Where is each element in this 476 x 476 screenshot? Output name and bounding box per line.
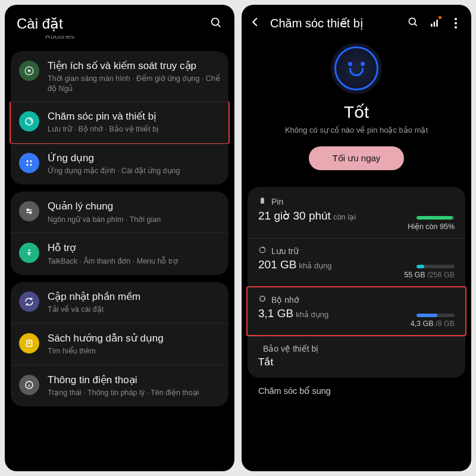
svg-rect-25	[262, 198, 263, 198]
additional-care-label[interactable]: Chăm sóc bổ sung	[248, 378, 465, 398]
settings-group: Tiện ích số và kiếm soát truy cập Thời g…	[11, 51, 228, 184]
item-user-manual[interactable]: Sách hướng dẫn sử dụng Tìm hiểu thêm	[11, 323, 228, 365]
routines-fragment: Routines	[11, 36, 228, 44]
battery-bar	[416, 216, 455, 220]
storage-suffix: khả dụng	[299, 261, 331, 270]
item-digital-wellbeing[interactable]: Tiện ích số và kiếm soát truy cập Thời g…	[11, 51, 228, 102]
storage-icon	[258, 246, 267, 256]
item-title: Chăm sóc pin và thiết bị	[48, 110, 220, 123]
svg-point-7	[30, 164, 32, 165]
status-subtitle: Không có sự cố nào về pin hoặc bảo mật	[253, 126, 459, 134]
item-accessibility[interactable]: Hỗ trợ TalkBack · Âm thanh đơn · Menu hỗ…	[11, 233, 228, 274]
battery-suffix: còn lại	[333, 212, 356, 221]
back-icon[interactable]	[249, 15, 262, 31]
notification-dot	[439, 16, 441, 19]
item-title: Hỗ trợ	[48, 242, 220, 254]
search-icon[interactable]	[407, 16, 419, 30]
svg-line-20	[415, 24, 417, 26]
stat-label: Pin	[271, 197, 283, 206]
item-subtitle: Thời gian sáng màn hình · Đếm giờ ứng dụ…	[48, 74, 220, 94]
svg-rect-27	[261, 297, 265, 301]
battery-icon	[258, 196, 267, 206]
item-title: Sách hướng dẫn sử dụng	[48, 332, 220, 345]
item-title: Cập nhật phần mềm	[48, 290, 220, 303]
svg-rect-23	[436, 20, 438, 27]
svg-point-5	[30, 160, 32, 162]
protection-row[interactable]: Bảo vệ thiết bị Tắt	[248, 336, 465, 375]
accessibility-icon	[19, 243, 39, 263]
svg-point-19	[409, 18, 415, 24]
status-area: Tốt Không có sự cố nào về pin hoặc bảo m…	[242, 35, 471, 180]
settings-list[interactable]: Routines Tiện ích số và kiếm soát truy c…	[5, 36, 234, 412]
memory-suffix: khả dụng	[296, 310, 328, 319]
stat-label: Bảo vệ thiết bị	[263, 344, 318, 353]
storage-bar	[416, 265, 455, 268]
item-title: Thông tin điện thoại	[48, 374, 220, 386]
svg-rect-21	[431, 24, 433, 27]
more-icon[interactable]	[450, 18, 462, 29]
svg-point-12	[29, 249, 30, 251]
memory-right: 4,3 GB /8 GB	[411, 320, 455, 328]
memory-bar	[416, 314, 455, 317]
item-title: Ứng dụng	[48, 152, 220, 164]
svg-point-4	[26, 160, 28, 162]
settings-screen: Cài đặt Routines Tiện ích số và kiếm soá…	[5, 5, 234, 471]
battery-right: Hiện còn 95%	[408, 222, 455, 231]
svg-point-11	[30, 212, 32, 214]
item-general[interactable]: Quản lý chung Ngôn ngữ và bàn phím · Thờ…	[11, 192, 228, 233]
heart-icon	[19, 61, 39, 81]
device-care-title: Chăm sóc thiết bị	[270, 16, 399, 30]
stat-label: Bộ nhớ	[271, 295, 299, 305]
info-icon	[19, 375, 39, 395]
stat-label: Lưu trữ	[271, 246, 299, 256]
update-icon	[19, 292, 39, 312]
svg-rect-22	[434, 22, 436, 27]
memory-row[interactable]: Bộ nhớ 3,1 GBkhả dụng 4,3 GB /8 GB	[246, 286, 466, 336]
device-care-header: Chăm sóc thiết bị	[242, 5, 471, 35]
search-icon[interactable]	[209, 16, 223, 32]
settings-title: Cài đặt	[17, 15, 63, 32]
storage-row[interactable]: Lưu trữ 201 GBkhả dụng 55 GB /256 GB	[248, 238, 465, 286]
item-title: Tiện ích số và kiếm soát truy cập	[48, 60, 220, 72]
item-subtitle: Tải về và cài đặt	[48, 305, 220, 315]
device-care-screen: Chăm sóc thiết bị Tốt Không có sự cố nào…	[242, 5, 471, 471]
svg-rect-24	[261, 198, 264, 203]
item-subtitle: Trạng thái · Thông tin pháp lý · Tên điệ…	[48, 388, 220, 398]
book-icon	[19, 333, 39, 353]
svg-point-0	[212, 18, 219, 26]
status-smiley-icon	[331, 43, 382, 94]
item-subtitle: Ngôn ngữ và bàn phím · Thời gian	[48, 215, 220, 225]
status-title: Tốt	[253, 102, 459, 122]
svg-line-1	[218, 24, 220, 27]
item-software-update[interactable]: Cập nhật phần mềm Tải về và cài đặt	[11, 282, 228, 323]
storage-right: 55 GB /256 GB	[404, 271, 455, 279]
settings-group: Quản lý chung Ngôn ngữ và bàn phím · Thờ…	[11, 192, 228, 274]
apps-icon	[19, 153, 39, 173]
battery-row[interactable]: Pin 21 giờ 30 phútcòn lại Hiện còn 95%	[248, 189, 465, 238]
item-device-care[interactable]: Chăm sóc pin và thiết bị Lưu trữ · Bộ nh…	[10, 101, 230, 144]
storage-value: 201 GB	[258, 258, 296, 271]
memory-value: 3,1 GB	[258, 307, 293, 320]
device-stats-card: Pin 21 giờ 30 phútcòn lại Hiện còn 95% L…	[248, 187, 465, 378]
device-care-cards: Pin 21 giờ 30 phútcòn lại Hiện còn 95% L…	[242, 180, 471, 404]
item-about-phone[interactable]: Thông tin điện thoại Trạng thái · Thông …	[11, 365, 228, 406]
item-apps[interactable]: Ứng dụng Ứng dụng mặc định · Cài đặt ứng…	[11, 143, 228, 184]
sliders-icon	[19, 201, 39, 221]
stats-icon[interactable]	[428, 17, 440, 29]
item-subtitle: TalkBack · Âm thanh đơn · Menu hỗ trợ	[48, 256, 220, 267]
settings-group: Cập nhật phần mềm Tải về và cài đặt Sách…	[11, 282, 228, 406]
item-subtitle: Lưu trữ · Bộ nhớ · Bảo vệ thiết bị	[48, 124, 220, 134]
item-subtitle: Ứng dụng mặc định · Cài đặt ứng dụng	[48, 166, 220, 176]
optimize-button[interactable]: Tối ưu ngay	[309, 146, 405, 170]
svg-point-6	[26, 164, 28, 165]
device-care-icon	[19, 111, 39, 131]
memory-icon	[258, 295, 267, 305]
svg-point-9	[27, 209, 29, 211]
item-subtitle: Tìm hiểu thêm	[48, 346, 220, 356]
protection-value: Tắt	[258, 356, 455, 368]
battery-value: 21 giờ 30 phút	[258, 209, 331, 222]
item-title: Quản lý chung	[48, 200, 220, 212]
settings-header: Cài đặt	[5, 5, 234, 36]
